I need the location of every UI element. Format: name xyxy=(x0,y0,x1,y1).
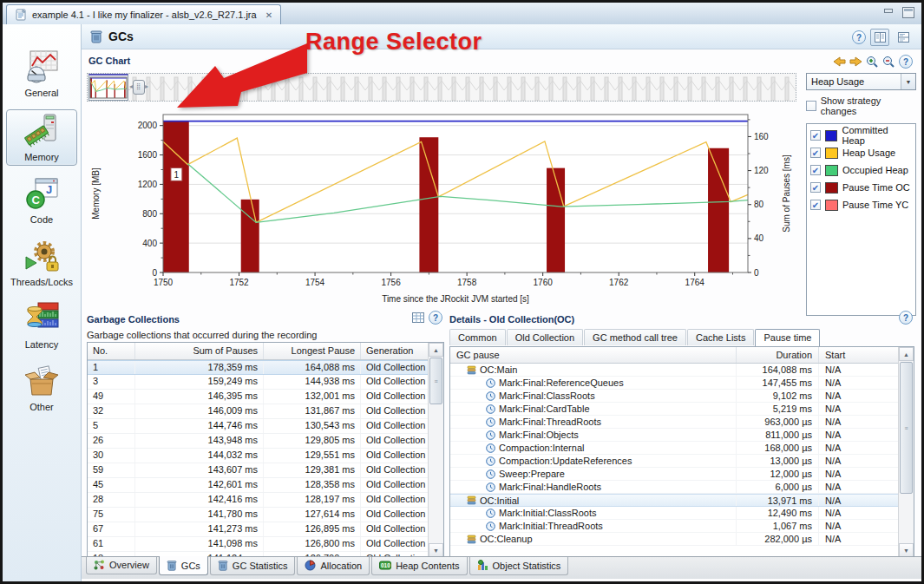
tree-cell-label: Mark:Initial:ThreadRoots xyxy=(450,520,737,532)
sidebar-item-general[interactable]: General xyxy=(6,47,77,102)
chart-help-icon[interactable]: ? xyxy=(899,55,913,69)
gc-phase-stack-icon xyxy=(467,365,476,375)
tree-row[interactable]: Mark:Initial:ThreadRoots1,067 msN/A xyxy=(450,520,899,533)
chart-options-panel: Heap Usage ▼ Show strategy changes ✔Comm… xyxy=(806,73,916,316)
tree-row[interactable]: Mark:Final:Objects811,000 µsN/A xyxy=(450,429,899,442)
svg-text:010: 010 xyxy=(381,562,390,568)
tab-gc-statistics[interactable]: GC Statistics xyxy=(210,557,296,575)
page-help-icon[interactable]: ? xyxy=(852,30,866,44)
scroll-down-icon[interactable]: ▼ xyxy=(429,543,443,557)
legend-checkbox[interactable]: ✔ xyxy=(810,165,821,175)
table-row[interactable]: 3159,249 ms144,938 msOld Collection xyxy=(88,375,429,390)
maximize-view-icon[interactable] xyxy=(902,7,914,18)
zoom-in-icon[interactable] xyxy=(866,56,879,68)
tab-overview[interactable]: Overview xyxy=(86,557,157,574)
details-scrollbar[interactable]: ▲ ≡ ▼ xyxy=(898,347,914,557)
legend-checkbox[interactable]: ✔ xyxy=(810,200,821,210)
tree-cell-duration: 12,490 ms xyxy=(737,507,819,519)
tree-row[interactable]: Mark:Final:HandleRoots6,000 µsN/A xyxy=(450,481,899,494)
legend-label: Committed Heap xyxy=(842,125,912,146)
tree-row[interactable]: Mark:Final:ClassRoots9,102 msN/A xyxy=(450,390,899,403)
tree-row[interactable]: OC:Main164,088 msN/A xyxy=(450,364,899,377)
table-row[interactable]: 26143,948 ms129,805 msOld Collection xyxy=(88,434,429,449)
scrollbar-thumb[interactable]: ≡ xyxy=(900,362,913,494)
legend-checkbox[interactable]: ✔ xyxy=(810,148,821,158)
details-tab-gc-method-call-tree[interactable]: GC method call tree xyxy=(584,329,686,345)
scrollbar-thumb[interactable]: ≡ xyxy=(429,358,442,404)
table-cell: 61 xyxy=(88,537,135,551)
range-selection[interactable] xyxy=(88,74,128,101)
pan-left-icon[interactable] xyxy=(833,56,846,67)
table-row[interactable]: 45142,601 ms128,358 msOld Collection xyxy=(88,478,429,493)
scroll-up-icon[interactable]: ▲ xyxy=(429,343,443,357)
details-tab-old-collection[interactable]: Old Collection xyxy=(507,329,583,345)
tree-cell-label: Compaction:Internal xyxy=(450,442,737,454)
tree-row[interactable]: Mark:Final:ReferenceQueues147,455 msN/A xyxy=(450,377,899,390)
table-row[interactable]: 32146,009 ms131,867 msOld Collection xyxy=(88,404,429,419)
show-strategy-checkbox[interactable] xyxy=(806,101,816,111)
tree-header[interactable]: GC pause Duration Start xyxy=(450,347,914,364)
gc-table-scrollbar[interactable]: ▲ ≡ ▼ xyxy=(428,343,443,557)
range-handle[interactable]: ◂ ⣿ ▸ xyxy=(129,80,148,94)
table-row[interactable]: 61141,098 ms126,800 msOld Collection xyxy=(88,537,429,552)
table-cell: 178,359 ms xyxy=(135,361,264,374)
sidebar-item-latency[interactable]: Latency xyxy=(6,299,77,353)
pan-right-icon[interactable] xyxy=(849,56,862,67)
show-strategy-changes-row[interactable]: Show strategy changes xyxy=(806,95,916,116)
table-cell: 144,746 ms xyxy=(135,419,264,433)
legend-checkbox[interactable]: ✔ xyxy=(810,130,821,141)
scroll-down-icon[interactable]: ▼ xyxy=(899,543,914,557)
gc-table-header[interactable]: No. Sum of Pauses Longest Pause Generati… xyxy=(88,343,443,360)
tree-cell-label: Mark:Final:ThreadRoots xyxy=(450,416,737,428)
zoom-out-icon[interactable] xyxy=(882,56,895,68)
svg-text:1758: 1758 xyxy=(457,278,477,287)
sidebar-item-threads-locks[interactable]: Threads/Locks xyxy=(6,236,77,291)
tree-row[interactable]: OC:Cleanup282,000 µsN/A xyxy=(450,533,899,546)
table-row[interactable]: 67141,273 ms126,895 msOld Collection xyxy=(88,522,429,537)
table-cell: 142,416 ms xyxy=(135,493,264,507)
sidebar-item-other[interactable]: Other xyxy=(6,361,77,416)
table-cell: Old Collection xyxy=(361,537,429,551)
tree-row[interactable]: Compaction:Internal168,000 µsN/A xyxy=(450,442,899,455)
table-row[interactable]: 28142,416 ms128,197 msOld Collection xyxy=(88,493,429,508)
legend-item: ✔Pause Time YC xyxy=(810,196,912,213)
table-row[interactable]: 1178,359 ms164,088 msOld Collection xyxy=(88,360,429,375)
tree-row[interactable]: Mark:Final:ThreadRoots963,000 µsN/A xyxy=(450,416,899,429)
tree-row[interactable]: Mark:Initial:ClassRoots12,490 msN/A xyxy=(450,507,899,520)
tree-row[interactable]: OC:Initial13,971 msN/A xyxy=(450,494,899,507)
application-window: example 4.1 - I like my finalizer - alsb… xyxy=(0,0,924,584)
horizontal-layout-toggle-icon[interactable] xyxy=(894,29,913,46)
vertical-layout-toggle-icon[interactable] xyxy=(870,29,889,46)
legend-checkbox[interactable]: ✔ xyxy=(810,182,821,193)
details-tab-pause-time[interactable]: Pause time xyxy=(755,329,820,346)
details-tab-cache-lists[interactable]: Cache Lists xyxy=(687,329,754,345)
chart-navigation-toolbar: ? xyxy=(833,55,913,69)
editor-tab[interactable]: example 4.1 - I like my finalizer - alsb… xyxy=(6,4,281,24)
tree-cell-start: N/A xyxy=(819,377,899,389)
table-row[interactable]: 59143,607 ms129,381 msOld Collection xyxy=(88,463,429,478)
table-cell: 146,009 ms xyxy=(135,404,264,418)
table-row[interactable]: 49146,395 ms132,001 msOld Collection xyxy=(88,390,429,404)
scroll-up-icon[interactable]: ▲ xyxy=(899,347,914,361)
details-tab-common[interactable]: Common xyxy=(449,329,506,345)
gc-table-help-icon[interactable]: ? xyxy=(429,311,442,325)
table-row[interactable]: 30144,032 ms129,551 msOld Collection xyxy=(88,449,429,463)
minimize-view-icon[interactable] xyxy=(883,7,894,16)
tab-heap-contents[interactable]: 010 Heap Contents xyxy=(371,557,467,575)
table-view-icon[interactable] xyxy=(412,312,424,323)
tree-row[interactable]: Mark:Final:CardTable5,219 msN/A xyxy=(450,403,899,416)
table-row[interactable]: 5144,746 ms130,543 msOld Collection xyxy=(88,419,429,434)
sidebar-item-code[interactable]: J C Code xyxy=(6,174,77,228)
close-icon[interactable]: ✕ xyxy=(265,10,272,20)
tree-row[interactable]: Sweep:Prepare12,000 µsN/A xyxy=(450,468,899,481)
range-metric-dropdown[interactable]: Heap Usage ▼ xyxy=(806,73,916,90)
tab-gcs[interactable]: GCs xyxy=(159,556,208,575)
svg-text:C: C xyxy=(32,194,41,207)
tab-allocation[interactable]: Allocation xyxy=(297,557,370,575)
table-row[interactable]: 75141,780 ms127,614 msOld Collection xyxy=(88,508,429,522)
tab-object-statistics[interactable]: Object Statistics xyxy=(469,557,569,575)
sidebar-item-memory[interactable]: Memory xyxy=(6,109,77,166)
gc-chart[interactable]: 1175017521754175617581760176217640400800… xyxy=(87,106,796,305)
tree-row[interactable]: Compaction:UpdateReferences13,000 µsN/A xyxy=(450,455,899,468)
details-help-icon[interactable]: ? xyxy=(899,311,913,325)
